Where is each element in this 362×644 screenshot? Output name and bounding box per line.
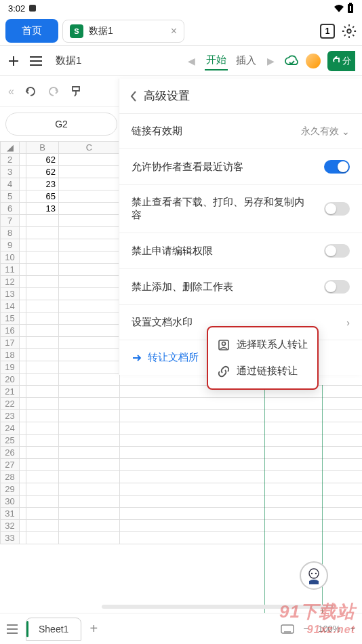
cell[interactable] — [26, 410, 59, 422]
cell[interactable] — [59, 337, 120, 349]
cell[interactable] — [59, 398, 120, 410]
cell[interactable] — [59, 459, 120, 471]
cell[interactable] — [120, 508, 363, 520]
row-header[interactable]: 23 — [1, 410, 20, 422]
cell[interactable] — [26, 251, 59, 264]
cell-reference-input[interactable]: G2 — [5, 113, 117, 136]
undo-icon[interactable] — [24, 85, 37, 98]
cell[interactable] — [59, 435, 120, 447]
row-header[interactable]: 18 — [1, 349, 20, 361]
document-tab[interactable]: S 数据1 × — [62, 20, 184, 43]
cell[interactable] — [26, 349, 59, 361]
forbid-request-edit-toggle[interactable] — [324, 244, 350, 258]
cell[interactable] — [26, 386, 59, 398]
gear-icon[interactable] — [342, 24, 357, 39]
cell[interactable]: 62 — [26, 166, 59, 178]
row-header[interactable]: 15 — [1, 313, 20, 325]
row-header[interactable]: 4 — [1, 178, 20, 190]
row-header[interactable]: 21 — [1, 386, 20, 398]
add-icon[interactable] — [7, 54, 20, 68]
cell[interactable] — [59, 203, 120, 215]
cell[interactable] — [26, 361, 59, 374]
row-header[interactable]: 19 — [1, 361, 20, 374]
allow-collaborator-toggle[interactable] — [324, 160, 350, 174]
column-header-B[interactable]: B — [26, 142, 59, 154]
cell[interactable] — [59, 520, 120, 532]
row-header[interactable]: 30 — [1, 496, 20, 508]
row-header[interactable]: 24 — [1, 422, 20, 435]
cell[interactable] — [26, 435, 59, 447]
column-header-C[interactable]: C — [59, 142, 120, 154]
home-tab[interactable]: 首页 — [5, 19, 58, 43]
cell[interactable] — [120, 410, 363, 422]
cell[interactable] — [59, 215, 120, 227]
close-icon[interactable]: × — [171, 25, 177, 37]
cell[interactable] — [120, 520, 363, 532]
cell[interactable] — [26, 532, 59, 544]
cell[interactable] — [59, 313, 120, 325]
cell[interactable] — [120, 483, 363, 496]
cell[interactable] — [120, 459, 363, 471]
row-header[interactable]: 20 — [1, 374, 20, 386]
cell[interactable] — [120, 435, 363, 447]
cell[interactable] — [59, 264, 120, 276]
row-header[interactable]: 7 — [1, 215, 20, 227]
document-name[interactable]: 数据1 — [56, 54, 81, 67]
nav-prev-icon[interactable]: ◀ — [185, 56, 198, 66]
cell[interactable]: 23 — [26, 178, 59, 190]
cell[interactable] — [59, 532, 120, 544]
cell[interactable] — [59, 166, 120, 178]
cell[interactable] — [59, 386, 120, 398]
transfer-by-contact[interactable]: 选择联系人转让 — [208, 331, 317, 358]
cell[interactable]: 13 — [26, 203, 59, 215]
row-header[interactable]: 9 — [1, 239, 20, 251]
tab-count-button[interactable]: 1 — [320, 24, 335, 39]
cell[interactable]: 65 — [26, 190, 59, 203]
nav-next-icon[interactable]: ▶ — [264, 56, 277, 66]
menu-icon[interactable] — [30, 56, 42, 66]
cell[interactable] — [59, 288, 120, 300]
cell[interactable] — [59, 178, 120, 190]
cell[interactable] — [26, 471, 59, 483]
sheets-menu-icon[interactable] — [7, 624, 18, 634]
cell[interactable] — [59, 447, 120, 459]
assistant-avatar[interactable] — [300, 561, 328, 590]
row-header[interactable]: 31 — [1, 508, 20, 520]
cell[interactable] — [26, 227, 59, 239]
cell[interactable] — [120, 496, 363, 508]
cell[interactable] — [26, 398, 59, 410]
format-painter-icon[interactable] — [70, 85, 83, 98]
column-header[interactable] — [20, 142, 26, 154]
row-header[interactable]: 22 — [1, 398, 20, 410]
row-header[interactable]: 17 — [1, 337, 20, 349]
back-icon[interactable] — [130, 91, 137, 102]
row-header[interactable]: 2 — [1, 154, 20, 166]
row-header[interactable]: 27 — [1, 459, 20, 471]
cell[interactable] — [26, 215, 59, 227]
row-header[interactable]: 8 — [1, 227, 20, 239]
forbid-viewer-toggle[interactable] — [324, 202, 350, 216]
cell[interactable] — [59, 471, 120, 483]
row-header[interactable]: 33 — [1, 532, 20, 544]
forbid-sheets-toggle[interactable] — [324, 280, 350, 294]
cell[interactable] — [26, 276, 59, 288]
cell[interactable] — [59, 361, 120, 374]
row-header[interactable]: 16 — [1, 325, 20, 337]
cell[interactable] — [59, 239, 120, 251]
cloud-sync-icon[interactable] — [284, 55, 299, 67]
row-header[interactable]: 3 — [1, 166, 20, 178]
row-header[interactable]: 11 — [1, 264, 20, 276]
cell[interactable] — [59, 374, 120, 386]
cell[interactable] — [26, 337, 59, 349]
collapse-icon[interactable]: « — [8, 85, 14, 98]
row-header[interactable]: 25 — [1, 435, 20, 447]
cell[interactable] — [59, 496, 120, 508]
cell[interactable] — [26, 264, 59, 276]
cell[interactable] — [59, 508, 120, 520]
cell[interactable] — [26, 508, 59, 520]
row-header[interactable]: 6 — [1, 203, 20, 215]
link-expiry-row[interactable]: 链接有效期 永久有效 ⌄ — [119, 114, 362, 149]
cell[interactable] — [120, 447, 363, 459]
cell[interactable] — [26, 300, 59, 313]
cell[interactable] — [59, 227, 120, 239]
